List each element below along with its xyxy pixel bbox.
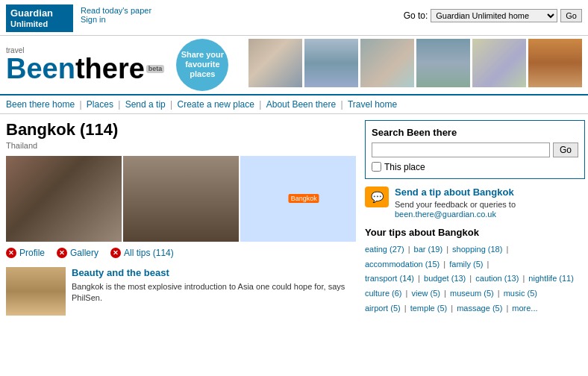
goto-bar: Go to: Guardian Unlimited home Travel Ne… [404, 9, 582, 22]
been-text: Been [6, 54, 75, 83]
map-outline: Bangkok [240, 156, 356, 242]
tip-category-more[interactable]: more... [512, 304, 537, 313]
photo-thumb-statue [360, 39, 414, 87]
nav-sep5: | [338, 99, 345, 110]
tip-category-museum[interactable]: museum (5) [450, 289, 494, 298]
photo-thumb-eiffel [304, 39, 358, 87]
header: Guardian Unlimited Read today's paper Si… [0, 0, 588, 36]
sign-in-link[interactable]: Sign in [81, 15, 151, 24]
all-tips-link[interactable]: ✕ All tips (114) [110, 248, 174, 258]
send-tip-link[interactable]: Send a tip about Bangkok [395, 187, 514, 198]
tip-category-music[interactable]: music (5) [504, 289, 537, 298]
tip-category-nightlife[interactable]: nightlife (11) [528, 274, 574, 283]
tip-category-culture[interactable]: culture (6) [365, 289, 402, 298]
search-input[interactable] [372, 142, 550, 157]
tip-category-accommodation[interactable]: accommodation (15) [365, 260, 440, 269]
links-row: ✕ Profile ✕ Gallery ✕ All tips (114) [6, 248, 356, 258]
there-text: there [75, 54, 145, 83]
your-tips-section: Your tips about Bangkok eating (27) | ba… [365, 227, 585, 316]
tip-category-transport[interactable]: transport (14) [365, 274, 414, 283]
tip-category-caution[interactable]: caution (13) [475, 274, 519, 283]
article-body: Bangkok is the most explosive introducti… [72, 281, 356, 304]
send-tip-section: 💬 Send a tip about Bangkok Send your fee… [365, 187, 585, 219]
nav: Been there home | Places | Send a tip | … [0, 95, 588, 114]
logo-line2: Unlimited [10, 19, 69, 29]
this-place-row: This place [372, 162, 578, 172]
logo-area: travel Beentherebeta [6, 46, 164, 83]
nav-sep: | [77, 99, 84, 110]
nav-create-place[interactable]: Create a new place [178, 99, 254, 110]
search-title: Search Been there [372, 127, 578, 138]
left-column: Bangkok (114) Thailand Bangkok ✕ Profile… [6, 120, 356, 316]
main-content: Bangkok (114) Thailand Bangkok ✕ Profile… [0, 114, 588, 322]
tip-category-bar[interactable]: bar (19) [414, 245, 443, 254]
this-place-checkbox[interactable] [372, 162, 381, 172]
images-grid: Bangkok [6, 156, 356, 242]
nav-places[interactable]: Places [87, 99, 113, 110]
tip-category-budget[interactable]: budget (13) [424, 274, 466, 283]
photos-strip [248, 39, 582, 91]
profile-icon: ✕ [6, 248, 16, 258]
tip-content: Send a tip about Bangkok Send your feedb… [395, 187, 516, 219]
logo-line1: Guardian [10, 7, 69, 19]
profile-link[interactable]: ✕ Profile [6, 248, 45, 258]
feedback-email-link[interactable]: been.there@guardian.co.uk [395, 210, 496, 219]
gallery-link[interactable]: ✕ Gallery [57, 248, 98, 258]
tip-category-view[interactable]: view (5) [412, 289, 441, 298]
tip-category-shopping[interactable]: shopping (18) [452, 245, 502, 254]
tips-links: eating (27) | bar (19) | shopping (18) |… [365, 242, 585, 316]
photo-thumb-pisa [472, 39, 526, 87]
your-tips-title: Your tips about Bangkok [365, 227, 585, 238]
gallery-label: Gallery [70, 248, 98, 258]
beta-tag: beta [146, 65, 165, 73]
goto-select[interactable]: Guardian Unlimited home Travel News [431, 9, 557, 22]
tip-category-airport[interactable]: airport (5) [365, 304, 401, 313]
main-image-map: Bangkok [240, 156, 356, 242]
main-image-2 [123, 156, 239, 242]
tip-category-massage[interactable]: massage (5) [457, 304, 502, 313]
photo-thumb-taj [248, 39, 302, 87]
nav-send-tip[interactable]: Send a tip [125, 99, 166, 110]
nav-about[interactable]: About Been there [266, 99, 336, 110]
tip-icon: 💬 [365, 187, 389, 207]
main-image-1 [6, 156, 122, 242]
nav-been-there-home[interactable]: Been there home [6, 99, 75, 110]
banner: travel Beentherebeta Share your favourit… [0, 36, 588, 95]
this-place-label: This place [384, 162, 425, 172]
article-thumbnail [6, 267, 66, 316]
map-pin: Bangkok [289, 194, 319, 203]
tip-category-eating[interactable]: eating (27) [365, 245, 404, 254]
all-tips-icon: ✕ [110, 248, 121, 258]
tip-category-temple[interactable]: temple (5) [410, 304, 448, 313]
photo-thumb-liberty [416, 39, 470, 87]
goto-label: Go to: [404, 10, 428, 21]
nav-sep4: | [257, 99, 264, 110]
been-there-logo: Beentherebeta [6, 54, 164, 83]
read-paper-link[interactable]: Read today's paper [81, 6, 151, 15]
article: Beauty and the beast Bangkok is the most… [6, 267, 356, 316]
search-go-button[interactable]: Go [553, 142, 578, 157]
all-tips-label: All tips (114) [124, 248, 174, 258]
article-content: Beauty and the beast Bangkok is the most… [72, 267, 356, 316]
banner-left: travel Beentherebeta Share your favourit… [6, 39, 228, 91]
feedback-text: Send your feedback or queries to [395, 200, 516, 209]
search-box: Search Been there Go This place [365, 120, 585, 179]
nav-sep3: | [168, 99, 175, 110]
goto-button[interactable]: Go [560, 9, 582, 22]
search-row: Go [372, 142, 578, 157]
guardian-logo: Guardian Unlimited [6, 4, 73, 32]
tip-category-family[interactable]: family (5) [449, 260, 483, 269]
photo-thumb-uluru [528, 39, 582, 87]
share-bubble: Share your favourite places [176, 39, 228, 91]
profile-label: Profile [19, 248, 45, 258]
header-links: Read today's paper Sign in [81, 6, 151, 24]
subtitle: Thailand [6, 141, 356, 150]
page-title: Bangkok (114) [6, 120, 356, 140]
right-column: Search Been there Go This place 💬 Send a… [365, 120, 585, 316]
gallery-icon: ✕ [57, 248, 67, 258]
nav-sep2: | [116, 99, 123, 110]
article-title-link[interactable]: Beauty and the beast [72, 267, 169, 278]
nav-travel-home[interactable]: Travel home [348, 99, 397, 110]
